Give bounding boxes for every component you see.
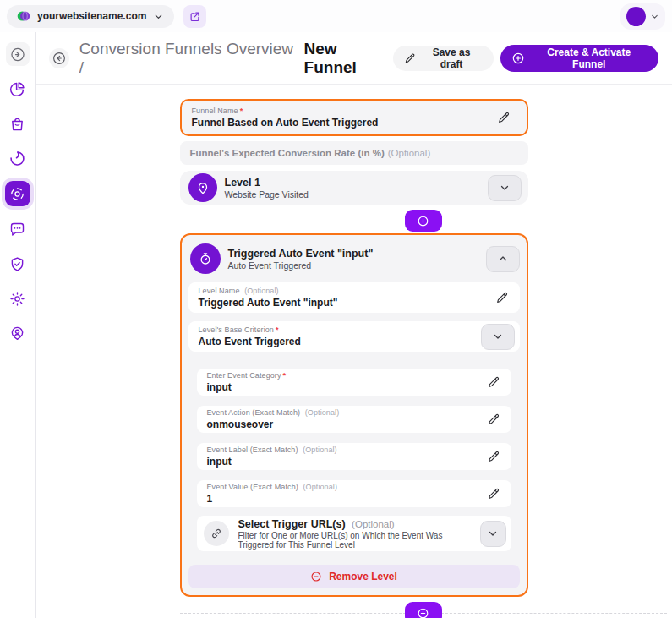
plus-circle-icon: [511, 52, 525, 65]
map-pin-icon: [188, 173, 217, 202]
funnel-name-label: Funnel Name: [192, 107, 238, 115]
open-website-button[interactable]: [183, 5, 206, 28]
edit-pencil-icon[interactable]: [491, 105, 516, 130]
chevron-down-icon: [492, 331, 504, 342]
optional-mark: (Optional): [352, 519, 395, 529]
link-icon: [204, 521, 229, 546]
level-name-label: Level Name: [199, 287, 240, 295]
add-level-button[interactable]: [405, 602, 442, 618]
trigger-urls-title: Select Trigger URL(s): [238, 518, 346, 530]
remove-level-button[interactable]: Remove Level: [188, 565, 520, 588]
event-value-field[interactable]: Event Value (Exact Match) (Optional) 1: [197, 480, 511, 507]
level-2-collapse-button[interactable]: [486, 246, 520, 272]
chevron-down-icon: [499, 182, 511, 194]
event-action-field[interactable]: Event Action (Exact Match) (Optional) on…: [197, 406, 511, 433]
sidebar-item-settings[interactable]: [6, 287, 30, 310]
save-as-draft-button[interactable]: Save as draft: [393, 46, 494, 71]
add-level-button[interactable]: [405, 210, 442, 232]
sidebar-item-analytics[interactable]: [6, 146, 30, 170]
level-2-card: Triggered Auto Event "input" Auto Event …: [180, 233, 528, 597]
edit-pencil-icon[interactable]: [481, 481, 506, 506]
trigger-urls-subtitle: Filter for One or More URL(s) on Which t…: [238, 531, 481, 550]
sidebar-item-dashboard[interactable]: [6, 77, 30, 101]
globe-favicon: [17, 9, 30, 23]
conversion-funnels-icon: [9, 186, 25, 202]
event-value-value: 1: [207, 493, 338, 505]
level-2-header[interactable]: Triggered Auto Event "input" Auto Event …: [188, 242, 520, 276]
event-label-field[interactable]: Event Label (Exact Match) (Optional) inp…: [197, 443, 511, 470]
base-criterion-dropdown-button[interactable]: [481, 324, 515, 350]
event-category-value: input: [207, 381, 287, 393]
level-2-title: Triggered Auto Event "input": [228, 248, 374, 260]
sidebar-item-ecommerce[interactable]: [6, 112, 30, 135]
user-location-icon: [8, 325, 26, 342]
minus-circle-icon: [310, 571, 322, 582]
sidebar-item-privacy[interactable]: [6, 252, 30, 276]
edit-pencil-icon[interactable]: [489, 285, 515, 310]
plus-circle-icon: [417, 215, 429, 227]
level-connector: [180, 600, 667, 618]
optional-mark: (Optional): [244, 287, 279, 295]
account-menu[interactable]: [620, 3, 665, 30]
domain-selector[interactable]: yourwebsitename.com: [7, 5, 174, 28]
event-label-value: input: [207, 456, 337, 468]
pie-chart-icon: [8, 80, 26, 98]
event-action-label: Event Action (Exact Match): [207, 408, 301, 417]
sidebar-item-feedback[interactable]: [6, 217, 30, 241]
optional-mark: (Optional): [388, 148, 431, 158]
required-mark: *: [283, 371, 287, 380]
breadcrumb[interactable]: Conversion Funnels Overview /: [79, 40, 299, 77]
base-criterion-value: Auto Event Triggered: [199, 336, 301, 347]
topbar: yourwebsitename.com: [0, 0, 672, 32]
trigger-urls-field[interactable]: Select Trigger URL(s) (Optional) Filter …: [197, 516, 511, 551]
level-1-expand-button[interactable]: [488, 175, 522, 201]
sidebar: [0, 32, 36, 618]
funnel-name-field[interactable]: Funnel Name* Funnel Based on Auto Event …: [180, 99, 528, 136]
save-as-draft-label: Save as draft: [421, 46, 483, 70]
edit-pencil-icon: [404, 52, 416, 64]
edit-pencil-icon[interactable]: [481, 444, 506, 469]
donut-chart-icon: [8, 150, 26, 167]
sidebar-item-conversion-funnels[interactable]: [5, 181, 30, 206]
level-1-title: Level 1: [225, 177, 309, 189]
create-activate-funnel-label: Create & Activate Funnel: [531, 46, 647, 70]
trigger-urls-dropdown-button[interactable]: [480, 521, 505, 547]
external-link-icon: [188, 10, 201, 23]
gear-icon: [8, 290, 26, 308]
required-mark: *: [240, 107, 243, 115]
optional-mark: (Optional): [303, 483, 338, 491]
back-button[interactable]: [49, 48, 69, 68]
level-name-field[interactable]: Level Name (Optional) Triggered Auto Eve…: [188, 282, 520, 313]
chevron-up-icon: [497, 253, 509, 265]
stopwatch-icon: [190, 243, 221, 274]
chevron-down-icon: [650, 12, 659, 21]
level-1-card[interactable]: Level 1 Website Page Visited: [180, 171, 528, 205]
edit-pencil-icon[interactable]: [481, 369, 506, 395]
domain-name: yourwebsitename.com: [37, 10, 146, 22]
optional-mark: (Optional): [305, 408, 340, 417]
event-action-value: onmouseover: [207, 418, 340, 430]
level-connector: [180, 208, 667, 233]
page-title: New Funnel: [304, 40, 393, 77]
funnel-form: Funnel Name* Funnel Based on Auto Event …: [180, 85, 528, 618]
expected-conversion-rate-field[interactable]: Funnel's Expected Conversion Rate (in %)…: [180, 141, 528, 165]
level-2-subtitle: Auto Event Triggered: [228, 260, 374, 271]
shopping-bag-icon: [8, 115, 26, 133]
plus-circle-icon: [417, 607, 429, 618]
edit-pencil-icon[interactable]: [481, 407, 506, 432]
base-criterion-label: Level's Base Criterion: [199, 325, 274, 334]
required-mark: *: [276, 325, 279, 334]
avatar: [626, 7, 646, 26]
funnel-name-value: Funnel Based on Auto Event Triggered: [192, 117, 379, 129]
sidebar-item-visitors[interactable]: [6, 321, 30, 345]
event-category-field[interactable]: Enter Event Category* input: [197, 369, 511, 396]
event-value-label: Event Value (Exact Match): [207, 483, 298, 491]
shield-check-icon: [8, 255, 26, 273]
optional-mark: (Optional): [303, 446, 337, 454]
create-activate-funnel-button[interactable]: Create & Activate Funnel: [500, 45, 658, 72]
base-criterion-field[interactable]: Level's Base Criterion* Auto Event Trigg…: [188, 321, 520, 352]
sidebar-toggle-icon: [9, 46, 26, 63]
chat-icon: [8, 221, 26, 238]
level-1-subtitle: Website Page Visited: [225, 189, 309, 200]
sidebar-toggle-button[interactable]: [6, 42, 30, 66]
